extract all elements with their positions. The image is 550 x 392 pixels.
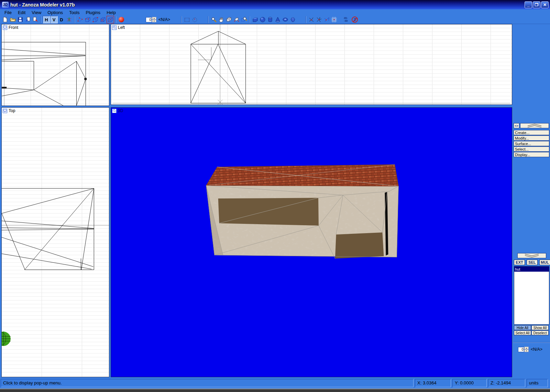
new-file-button[interactable] (1, 16, 9, 23)
select-circle-button[interactable] (191, 16, 198, 23)
tab-mul[interactable]: MUL (539, 260, 550, 265)
viewport-3d[interactable]: 3D (111, 107, 512, 377)
spin-up-icon[interactable]: ▲ (524, 347, 529, 349)
vertex-cube-button[interactable] (84, 16, 91, 23)
status-x-coordinate: X: 3.0364 (415, 379, 451, 387)
move-view-button[interactable] (233, 16, 240, 23)
close-button[interactable]: ✕ (541, 1, 549, 8)
create-sphere-button[interactable] (259, 16, 266, 23)
object-list-item-hut[interactable]: hut (514, 266, 549, 272)
viewport-maximize-button[interactable] (112, 25, 117, 30)
view-config-label: <N/A> (158, 17, 170, 22)
modify-category-button[interactable]: Modify... (514, 135, 549, 141)
tab-ext[interactable]: EXT (514, 260, 525, 265)
viewport-top[interactable]: Top (1, 107, 109, 377)
hut-window (218, 198, 319, 226)
hand-icon (219, 17, 224, 22)
panel-spinner[interactable]: 0 ▲▼ (518, 347, 529, 352)
menu-file[interactable]: File (1, 9, 15, 15)
open-file-button[interactable] (9, 16, 16, 23)
z-lock-button[interactable]: Z (351, 16, 359, 23)
menu-help[interactable]: Help (103, 9, 119, 15)
viewport-left[interactable]: Left (111, 24, 512, 105)
export-icon (33, 17, 38, 22)
break-vertices-button[interactable] (308, 16, 315, 23)
display-category-button[interactable]: Display... (514, 152, 549, 157)
select-category-button[interactable]: Select... (514, 146, 549, 152)
panel-spinner-value[interactable]: 0 (518, 347, 524, 352)
create-box-button[interactable] (251, 16, 259, 23)
toggle-2d3d-icon: 2D▫ ▫3D (344, 17, 348, 23)
toggle-2d3d-button[interactable]: 2D▫ ▫3D (341, 16, 351, 23)
panel-swap-button[interactable]: <> (514, 123, 519, 128)
edit-polygon-button[interactable] (76, 16, 84, 23)
detach-vertices-button[interactable] (323, 16, 330, 23)
axis-mode-button[interactable] (65, 16, 73, 23)
toggle-v-button[interactable]: V (50, 16, 58, 23)
create-geosphere-button[interactable] (289, 16, 297, 23)
restore-button[interactable] (533, 1, 540, 8)
zoom-tool-button[interactable] (210, 16, 218, 23)
export-button[interactable] (32, 16, 39, 23)
app-icon: 3D (2, 2, 9, 8)
surface-category-button[interactable]: Surface... (514, 141, 549, 146)
material-sphere-icon (119, 17, 124, 22)
spin-down-icon[interactable]: ▼ (524, 349, 529, 352)
select-circle-icon (192, 18, 197, 22)
panel-collapse-down-button[interactable] (517, 253, 546, 258)
tab-sel[interactable]: SEL (527, 260, 538, 265)
edge-cube-button[interactable] (91, 16, 99, 23)
viewport-maximize-button[interactable] (112, 109, 117, 113)
zoom-region-button[interactable] (240, 16, 248, 23)
edge-cube-icon (92, 17, 99, 23)
select-rectangle-icon (185, 18, 189, 22)
chevron-up-icon (527, 124, 542, 128)
spin-down-icon[interactable]: ▼ (152, 20, 156, 22)
rotate-view-button[interactable] (225, 16, 233, 23)
viewport-front[interactable]: Front (1, 24, 109, 106)
create-category-button[interactable]: Create... (514, 130, 549, 135)
move-cube-icon (233, 17, 240, 23)
menu-options[interactable]: Options (44, 9, 66, 15)
select-all-button[interactable]: Select All (514, 330, 531, 335)
menu-tools[interactable]: Tools (66, 9, 82, 15)
title-bar: 3D hut - Zanoza Modeler v1.07b _ ✕ (0, 0, 550, 9)
import-button[interactable] (24, 16, 32, 23)
show-all-button[interactable]: Show All (531, 325, 549, 330)
menu-view[interactable]: View (29, 9, 44, 15)
create-cylinder-button[interactable] (266, 16, 274, 23)
pan-tool-button[interactable] (218, 16, 225, 23)
save-button[interactable] (16, 16, 24, 23)
toolbar-separator (306, 16, 306, 23)
snap-grid-icon (331, 17, 337, 23)
snap-grid-button[interactable] (330, 16, 338, 23)
status-message: Click to display pop-up menu. (1, 379, 414, 387)
spin-up-icon[interactable]: ▲ (152, 17, 156, 20)
magnifier-icon (211, 17, 217, 23)
deselect-button[interactable]: Deselect (531, 330, 549, 335)
object-list[interactable]: hut (514, 266, 549, 325)
view-config-spinner[interactable]: 0 ▲▼ (146, 17, 156, 22)
hut-model[interactable] (111, 108, 512, 377)
viewport-maximize-button[interactable] (3, 25, 7, 30)
menu-edit[interactable]: Edit (15, 9, 29, 15)
minimize-button[interactable]: _ (525, 1, 532, 8)
panel-collapse-up-button[interactable] (520, 123, 549, 128)
hide-all-button[interactable]: Hide All (514, 325, 531, 330)
material-editor-button[interactable] (118, 16, 125, 23)
menu-plugins[interactable]: Plugins (82, 9, 103, 15)
object-cube-button[interactable] (107, 16, 114, 23)
break-vertices-icon (308, 17, 315, 23)
toolbar-separator (208, 16, 209, 23)
create-cone-button[interactable] (274, 16, 282, 23)
viewport-maximize-button[interactable] (3, 109, 7, 113)
close-icon: ✕ (543, 3, 547, 7)
toggle-h-button[interactable]: H (43, 16, 50, 23)
spinner-value[interactable]: 0 (146, 17, 152, 22)
create-torus-button[interactable] (282, 16, 289, 23)
face-cube-button[interactable] (99, 16, 107, 23)
select-rectangle-button[interactable] (183, 16, 191, 23)
minimize-icon: _ (527, 3, 530, 7)
weld-vertices-button[interactable] (315, 16, 323, 23)
toggle-d-button[interactable]: D (58, 16, 65, 23)
